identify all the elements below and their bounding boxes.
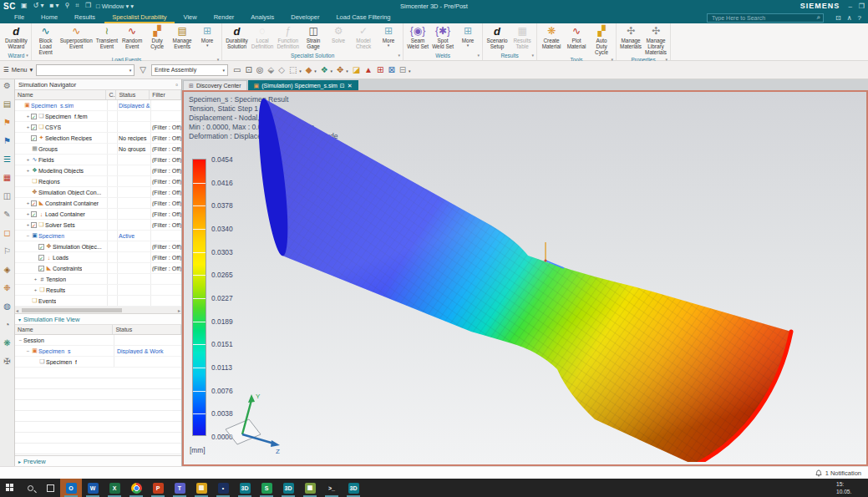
checkbox[interactable]: ✓ — [31, 135, 37, 141]
taskbar-app-powerpoint[interactable]: P — [147, 479, 169, 497]
help-icon[interactable]: ? — [858, 14, 861, 22]
ribbon-button-seam-weld-set[interactable]: {◉}Seam Weld Set — [405, 24, 430, 52]
taskbar-app-simcenter-3d[interactable]: 3D — [234, 479, 256, 497]
column-header-filter[interactable]: Filter — [150, 90, 181, 99]
fullscreen-icon[interactable]: ⊡ — [835, 14, 841, 22]
ribbon-button-manage-library-materials[interactable]: ✣Manage Library Materials — [643, 24, 668, 56]
ribbon-button-spot-weld-set[interactable]: {✱}Spot Weld Set — [430, 24, 455, 52]
taskbar-search-icon[interactable] — [20, 479, 40, 497]
tree-row-constraints[interactable]: ✓◣Constraints(Filter : Off)(S — [15, 263, 181, 274]
ribbon-button-durability-solution[interactable]: dDurability Solution — [224, 24, 250, 52]
save-icon[interactable]: ▣ — [21, 2, 28, 10]
tree-row-loads[interactable]: ✓↓Loads(Filter : Off)(S — [15, 252, 181, 263]
checkbox[interactable]: ✓ — [31, 114, 37, 119]
tree-row-fields[interactable]: +∿Fields(Filter : Off)(S — [15, 155, 181, 165]
display-mode-icon[interactable]: ■ ▾ — [49, 2, 58, 10]
expander[interactable]: + — [25, 124, 31, 129]
wireframe-view-icon[interactable]: ◇ — [277, 65, 287, 74]
ribbon-button-durability-wizard[interactable]: dDurability Wizard — [3, 24, 29, 52]
shaded-view-icon[interactable]: ⬙ — [266, 65, 277, 74]
checkbox[interactable]: ✓ — [31, 200, 37, 206]
taskbar-app-simcenter-3d-3[interactable]: 3D — [343, 479, 364, 497]
ribbon-button-more[interactable]: ⊞More▾ — [195, 24, 220, 56]
show-hide-icon[interactable]: ◪ — [351, 65, 362, 74]
rotate-view-icon[interactable]: ◆ ▾ — [304, 65, 318, 74]
ribbon-button-more[interactable]: ⊞More▾ — [455, 24, 480, 52]
duplicate-window-icon[interactable]: ❐ — [85, 2, 91, 10]
expander[interactable]: + — [25, 222, 31, 227]
notification-text[interactable]: 1 Notification — [825, 469, 861, 477]
menu-tab-results[interactable]: Results — [67, 12, 103, 23]
window-icon[interactable]: ▭ — [231, 65, 242, 74]
preview-section[interactable]: ▸Preview — [15, 455, 181, 466]
tree-row-tension[interactable]: +#Tension — [15, 274, 181, 285]
tree-row-solver-sets[interactable]: +✓❏Solver Sets(Filter : Off)(S — [15, 220, 181, 231]
close-tab-icon[interactable]: ✕ — [348, 83, 353, 89]
view-tab-discovery-center[interactable]: ⊞Discovery Center — [183, 80, 247, 90]
selection-scope-combo[interactable]: Entire Assembly▾ — [151, 64, 228, 76]
menu-tab-developer[interactable]: Developer — [283, 12, 327, 23]
menu-tab-analysis[interactable]: Analysis — [243, 12, 282, 23]
expander[interactable]: − — [25, 233, 31, 238]
search-input[interactable] — [710, 14, 817, 22]
menu-tab-specialist-durability[interactable]: Specialist Durability — [104, 12, 174, 23]
view-manager-icon[interactable]: ◫ — [3, 191, 11, 200]
taskbar-app-explorer[interactable]: ▤ — [190, 479, 212, 497]
touch-mode-icon[interactable]: ⌗ — [75, 2, 79, 10]
minimize-button[interactable]: – — [848, 3, 851, 10]
constraint-navigator-icon[interactable]: ⚑ — [3, 118, 11, 127]
pin-icon[interactable]: ⊡ — [340, 83, 345, 89]
taskbar-app-privacy-app[interactable]: • — [212, 479, 234, 497]
checkbox[interactable]: ✓ — [38, 266, 44, 271]
expander[interactable]: + — [25, 200, 31, 205]
ribbon-button-duty-cycle[interactable]: ▞Duty Cycle — [145, 24, 170, 56]
assembly-navigator-icon[interactable]: ▤ — [3, 99, 11, 109]
tree-row-simulation-object-con-[interactable]: ✥Simulation Object Con...(Filter : Off)(… — [15, 187, 181, 198]
menu-tab-view[interactable]: View — [176, 12, 205, 23]
file-view-header[interactable]: ▾Simulation File View — [15, 314, 181, 325]
expander[interactable]: + — [25, 168, 31, 173]
ribbon-button-transient-event[interactable]: ≀Transient Event — [94, 24, 119, 56]
layers-icon[interactable]: ▦ — [3, 173, 11, 182]
edit-display-icon[interactable]: ❖ ▾ — [319, 65, 334, 74]
taskbar-app-word[interactable]: W — [82, 479, 104, 497]
column-header-name[interactable]: Name — [15, 90, 106, 99]
taskbar-app-chrome[interactable] — [125, 479, 147, 497]
ribbon-button-create-material[interactable]: ❋Create Material — [539, 24, 564, 56]
ribbon-button-random-event[interactable]: ∿Random Event — [119, 24, 145, 56]
ribbon-button-block-load-event[interactable]: ∿Block Load Event — [33, 24, 58, 56]
tree-row-csys[interactable]: +✓❏CSYS(Filter : Off)(S — [15, 122, 181, 133]
taskbar-app-outlook[interactable]: O — [60, 479, 82, 497]
view-tab--simulation-specimen-s-sim[interactable]: ▣(Simulation) Specimen_s.sim⊡✕ — [248, 80, 358, 90]
layout-icon[interactable]: ⊟ ▾ — [398, 65, 413, 74]
annotation-icon[interactable]: ✎ — [3, 210, 10, 219]
taskbar-app-image-app[interactable]: ▦ — [299, 479, 321, 497]
ribbon-button-strain-gage[interactable]: ◫Strain Gage — [301, 24, 326, 52]
simulation-navigator-icon[interactable]: ⚑ — [3, 136, 11, 145]
column-header-status[interactable]: Status — [113, 325, 181, 334]
checkbox[interactable]: ✓ — [38, 244, 44, 250]
graphics-viewport[interactable]: Specimen_s : Specimen ResultTension, Sta… — [182, 90, 868, 466]
search-icon[interactable]: ⌕ — [817, 13, 820, 22]
column-header-status[interactable]: Status — [116, 90, 150, 99]
ribbon-button-auto-duty-cycle[interactable]: ▞Auto Duty Cycle — [589, 24, 614, 56]
tree-row-specimen-f-fem[interactable]: +✓❏Specimen_f.fem — [15, 111, 181, 122]
ribbon-button-more[interactable]: ⊞More▾ — [376, 24, 401, 52]
tree-row-specimen-s-sim[interactable]: ▣Specimen_s.simDisplayed & Wo... — [15, 100, 181, 111]
palette-icon[interactable]: ❋ — [3, 338, 10, 347]
menu-tab-home[interactable]: Home — [33, 12, 65, 23]
tree-row-regions[interactable]: ❏Regions(Filter : Off)(S — [15, 176, 181, 187]
globe-icon[interactable]: ◍ — [3, 302, 11, 311]
expander[interactable]: + — [25, 157, 31, 162]
undo-icon[interactable]: ↺ ▾ — [33, 2, 43, 10]
checkbox[interactable]: ✓ — [38, 255, 44, 261]
column-header-name[interactable]: Name — [15, 325, 113, 334]
notify-flag-icon[interactable]: ⚐ — [3, 246, 11, 256]
tree-row-groups[interactable]: ▦GroupsNo groups(Filter : Off)(S — [15, 144, 181, 155]
tree-row-constraint-container[interactable]: +✓◣Constraint Container(Filter : Off)(S — [15, 198, 181, 209]
checkbox[interactable]: ✓ — [31, 124, 37, 130]
tree-row-results[interactable]: +❏Results — [15, 285, 181, 296]
taskbar-app-simcenter-3d-2[interactable]: 3D — [277, 479, 299, 497]
history-icon[interactable]: ◔ — [4, 320, 9, 329]
filter-icon[interactable]: ▽ — [138, 65, 148, 74]
